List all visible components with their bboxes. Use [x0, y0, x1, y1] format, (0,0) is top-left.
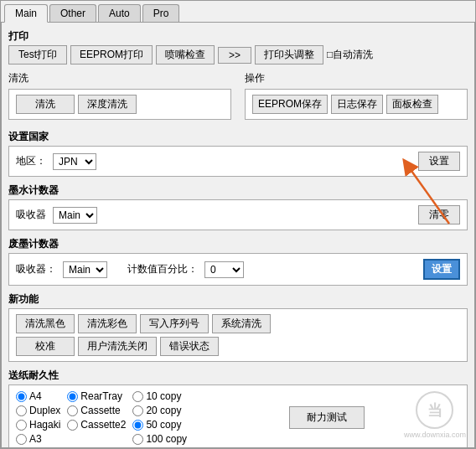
- ratio-select[interactable]: 0 10 20 50 100: [204, 261, 244, 278]
- watermark: 当 www.downxia.com: [404, 391, 466, 439]
- watermark-text: www.downxia.com: [404, 431, 466, 439]
- operation-inner: EEPROM保存 日志保存 面板检查: [245, 89, 468, 120]
- tab-auto[interactable]: Auto: [98, 4, 141, 22]
- radio-duplex[interactable]: Duplex: [16, 405, 60, 416]
- waste-counter-title: 废墨计数器: [8, 237, 468, 251]
- nozzle-check-button[interactable]: 喷嘴检查: [156, 45, 215, 65]
- radio-a4[interactable]: A4: [16, 390, 60, 402]
- panel-check-button[interactable]: 面板检查: [386, 95, 438, 114]
- print-title: 打印: [8, 29, 468, 44]
- radio-hagaki[interactable]: Hagaki: [16, 419, 60, 431]
- features-row-1: 清洗黑色 清洗彩色 写入序列号 系统清洗: [16, 314, 460, 333]
- country-inner: 地区： JPN USA EUR CHN 设置: [8, 146, 468, 177]
- log-save-button[interactable]: 日志保存: [331, 95, 383, 114]
- absorber-label: 吸收器: [16, 208, 46, 222]
- watermark-circle: 当: [416, 391, 453, 429]
- paper-section: A4 Duplex Hagaki A3: [16, 390, 460, 445]
- new-features-inner: 清洗黑色 清洗彩色 写入序列号 系统清洗 校准 用户清洗关闭 错误状态: [8, 308, 468, 362]
- radio-col-3: 10 copy 20 copy 50 copy 100 copy: [132, 390, 187, 445]
- main-content: 打印 Test打印 EEPROM打印 喷嘴检查 >> 打印头调整 □自动清洗 清…: [1, 22, 475, 448]
- tab-main[interactable]: Main: [4, 4, 48, 23]
- test-print-button[interactable]: Test打印: [8, 45, 67, 65]
- radio-100copy[interactable]: 100 copy: [132, 433, 187, 445]
- user-clean-close-button[interactable]: 用户清洗关闭: [78, 337, 157, 356]
- print-section: 打印 Test打印 EEPROM打印 喷嘴检查 >> 打印头调整 □自动清洗: [8, 29, 468, 65]
- paper-durability-section: 送纸耐久性 A4 Duplex: [8, 369, 468, 448]
- new-features-title: 新功能: [8, 292, 468, 307]
- operation-col: 操作 EEPROM保存 日志保存 面板检查: [245, 71, 468, 123]
- absorber-select[interactable]: Main Sub: [53, 207, 97, 224]
- eeprom-print-button[interactable]: EEPROM打印: [70, 45, 153, 65]
- clean-button[interactable]: 清洗: [16, 95, 75, 114]
- radio-50copy[interactable]: 50 copy: [132, 419, 187, 431]
- new-features-section: 新功能 清洗黑色 清洗彩色 写入序列号 系统清洗 校准 用户清洗关闭 错误状态: [8, 292, 468, 362]
- waste-row: 吸收器： Main Sub 计数值百分比： 0 10 20 50 100 设置: [16, 259, 460, 280]
- ink-counter-inner: 吸收器 Main Sub 清零: [8, 199, 468, 230]
- waste-absorber-label: 吸收器：: [16, 262, 56, 276]
- radio-reartray[interactable]: RearTray: [67, 390, 126, 402]
- country-row: 地区： JPN USA EUR CHN 设置: [16, 152, 460, 171]
- print-row: Test打印 EEPROM打印 喷嘴检查 >> 打印头调整 □自动清洗: [8, 45, 468, 65]
- more-button[interactable]: >>: [218, 47, 251, 64]
- waste-set-button[interactable]: 设置: [423, 259, 460, 280]
- waste-absorber-select[interactable]: Main Sub: [63, 261, 107, 278]
- region-select[interactable]: JPN USA EUR CHN: [53, 153, 96, 170]
- waste-counter-inner: 吸收器： Main Sub 计数值百分比： 0 10 20 50 100 设置: [8, 253, 468, 286]
- waste-counter-section: 废墨计数器 吸收器： Main Sub 计数值百分比： 0 10 20 50 1…: [8, 237, 468, 286]
- clean-inner: 清洗 深度清洗: [8, 89, 231, 120]
- ink-row: 吸收器 Main Sub 清零: [16, 205, 460, 224]
- paper-durability-inner: A4 Duplex Hagaki A3: [8, 384, 468, 448]
- tab-other[interactable]: Other: [49, 4, 96, 22]
- paper-durability-title: 送纸耐久性: [8, 369, 468, 383]
- radio-a3[interactable]: A3: [16, 433, 60, 445]
- radio-cassette[interactable]: Cassette: [67, 405, 126, 416]
- radio-col-1: A4 Duplex Hagaki A3: [16, 390, 60, 445]
- radio-10copy[interactable]: 10 copy: [132, 390, 187, 402]
- features-grid: 清洗黑色 清洗彩色 写入序列号 系统清洗 校准 用户清洗关闭 错误状态: [16, 314, 460, 356]
- country-section: 设置国家 地区： JPN USA EUR CHN 设置: [8, 130, 468, 177]
- radio-col-2: RearTray Cassette Cassette2: [67, 390, 126, 445]
- error-status-button[interactable]: 错误状态: [160, 337, 219, 356]
- region-label: 地区：: [16, 154, 46, 168]
- clear-button[interactable]: 清零: [418, 205, 460, 224]
- system-clean-button[interactable]: 系统清洗: [212, 314, 271, 333]
- clean-btn-row: 清洗 深度清洗: [16, 95, 224, 114]
- operation-btn-row: EEPROM保存 日志保存 面板检查: [252, 95, 460, 114]
- clean-color-button[interactable]: 清洗彩色: [78, 314, 137, 333]
- write-serial-button[interactable]: 写入序列号: [140, 314, 209, 333]
- clean-black-button[interactable]: 清洗黑色: [16, 314, 75, 333]
- auto-clean-checkbox[interactable]: □自动清洗: [327, 48, 373, 62]
- country-title: 设置国家: [8, 130, 468, 144]
- tab-pro[interactable]: Pro: [142, 4, 180, 22]
- eeprom-save-button[interactable]: EEPROM保存: [252, 95, 328, 114]
- calibrate-button[interactable]: 校准: [16, 337, 75, 356]
- clean-col: 清洗 清洗 深度清洗: [8, 71, 231, 123]
- head-adjust-button[interactable]: 打印头调整: [255, 45, 323, 65]
- endurance-test-button[interactable]: 耐力测试: [289, 406, 365, 429]
- features-row-2: 校准 用户清洗关闭 错误状态: [16, 337, 460, 356]
- clean-op-row: 清洗 清洗 深度清洗 操作 EEPROM保存 日志保存 面板: [8, 71, 468, 123]
- tab-bar: Main Other Auto Pro: [1, 1, 475, 22]
- operation-title: 操作: [245, 71, 468, 85]
- radio-cassette2[interactable]: Cassette2: [67, 419, 126, 431]
- clean-operation-section: 清洗 清洗 深度清洗 操作 EEPROM保存 日志保存 面板: [8, 71, 468, 123]
- ratio-label: 计数值百分比：: [127, 262, 198, 276]
- ink-counter-title: 墨水计数器: [8, 183, 468, 198]
- country-set-button[interactable]: 设置: [418, 152, 460, 171]
- clean-title: 清洗: [8, 71, 231, 85]
- radio-20copy[interactable]: 20 copy: [132, 405, 187, 416]
- main-window: Main Other Auto Pro 打印 Test打印 EEPROM打印 喷…: [0, 0, 476, 449]
- ink-counter-section: 墨水计数器 吸收器 Main Sub 清零: [8, 183, 468, 230]
- deep-clean-button[interactable]: 深度清洗: [78, 95, 137, 114]
